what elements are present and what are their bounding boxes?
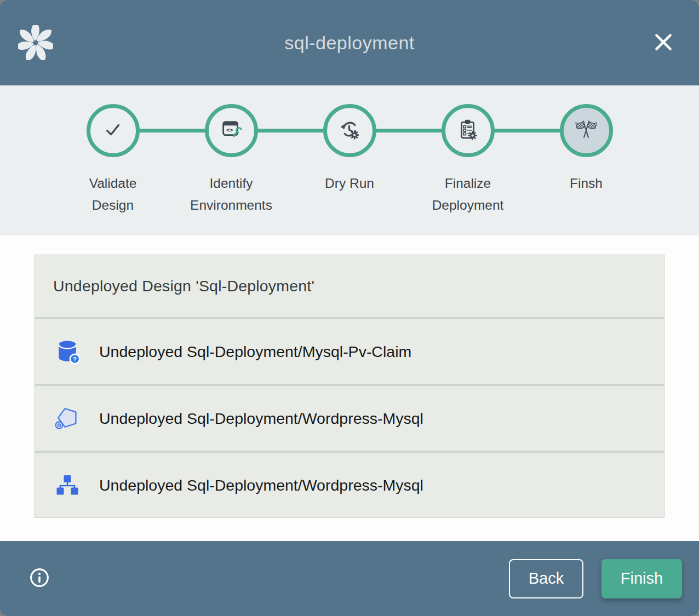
step-circle-validate-design[interactable] [87, 104, 140, 157]
result-row-mysql-pv-claim: ? Undeployed Sql-Deployment/Mysql-Pv-Cla… [35, 317, 664, 384]
step-dry-run: Dry Run [290, 104, 409, 216]
step-label: Finalize Deployment [432, 172, 504, 216]
step-validate-design: Validate Design [54, 104, 172, 216]
wizard-stepper: Validate Design <> [0, 85, 699, 235]
deployment-results-panel: Undeployed Design 'Sql-Deployment' ? Und… [35, 255, 664, 518]
step-finish: Finsh [527, 104, 645, 216]
step-circle-finalize-deployment[interactable] [442, 104, 495, 157]
nirmata-pinwheel-logo-icon [18, 25, 54, 61]
results-header-row: Undeployed Design 'Sql-Deployment' [35, 255, 664, 317]
modal-header: sql-deployment [0, 0, 699, 85]
dry-run-sync-gear-icon [337, 117, 362, 145]
modal-footer: Back Finish [0, 541, 699, 616]
back-button[interactable]: Back [509, 559, 583, 598]
step-label: Identify Environments [190, 172, 272, 216]
code-window-wrench-icon: <> [219, 117, 244, 145]
step-label: Dry Run [325, 172, 374, 194]
info-icon [28, 566, 51, 591]
modal-title: sql-deployment [54, 32, 645, 54]
svg-text:?: ? [73, 356, 77, 362]
result-row-text: Undeployed Sql-Deployment/Wordpress-Mysq… [99, 410, 423, 428]
clipboard-gear-icon [455, 117, 480, 145]
result-row-text: Undeployed Sql-Deployment/Mysql-Pv-Claim [99, 343, 411, 361]
check-icon [100, 117, 125, 145]
info-button[interactable] [27, 567, 51, 591]
step-circle-identify-environments[interactable]: <> [205, 104, 258, 157]
hierarchy-tree-icon [53, 471, 82, 499]
step-label: Finsh [570, 172, 603, 194]
wizard-content: Undeployed Design 'Sql-Deployment' ? Und… [0, 235, 699, 541]
database-icon: ? [53, 337, 82, 366]
results-header-text: Undeployed Design 'Sql-Deployment' [53, 277, 314, 295]
step-circle-dry-run[interactable] [323, 104, 376, 157]
finish-button[interactable]: Finish [601, 559, 682, 598]
close-button[interactable] [645, 25, 681, 61]
pentagon-pod-icon [53, 404, 82, 433]
deployment-wizard-modal: sql-deployment Validate Design [0, 0, 699, 616]
step-circle-finish[interactable] [560, 104, 613, 157]
step-finalize-deployment: Finalize Deployment [409, 104, 527, 216]
checkered-flags-icon [573, 117, 599, 145]
svg-text:<>: <> [226, 126, 233, 133]
result-row-wordpress-mysql-pod: Undeployed Sql-Deployment/Wordpress-Mysq… [35, 384, 664, 451]
close-icon [651, 30, 676, 56]
result-row-text: Undeployed Sql-Deployment/Wordpress-Mysq… [99, 476, 423, 494]
step-label: Validate Design [89, 172, 137, 216]
step-identify-environments: <> Identify Environments [172, 104, 290, 216]
result-row-wordpress-mysql-tree: Undeployed Sql-Deployment/Wordpress-Mysq… [35, 451, 664, 517]
